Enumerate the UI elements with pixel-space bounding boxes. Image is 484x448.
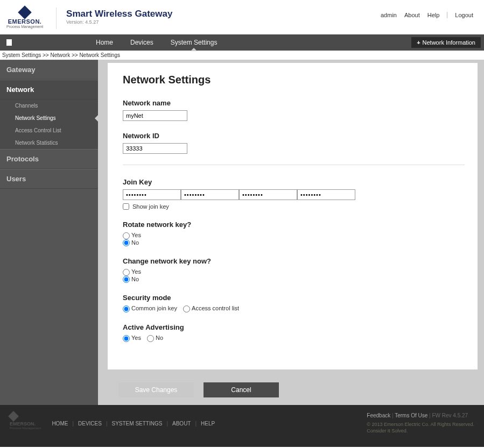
footer-tagline: Consider It Solved. xyxy=(367,428,474,435)
change-yes-option[interactable]: Yes xyxy=(123,268,141,275)
change-no-option[interactable]: No xyxy=(123,276,139,282)
security-acl-option[interactable]: Access control list xyxy=(183,305,239,311)
rotate-no-option[interactable]: No xyxy=(123,239,139,246)
app-version: Version: 4.5.27 xyxy=(66,19,381,25)
footer-copyright: © 2013 Emerson Electric Co. All Rights R… xyxy=(367,422,474,428)
join-key-input-2[interactable] xyxy=(181,189,239,200)
sidebar-sub-stats[interactable]: Network Statistics xyxy=(0,137,98,149)
footer-brand-sub: Process Management xyxy=(10,426,41,430)
footer-feedback[interactable]: Feedback xyxy=(367,413,390,418)
top-links: admin About Help Logout xyxy=(381,5,473,18)
advertising-yes-radio[interactable] xyxy=(123,335,130,342)
sidebar-sub-acl[interactable]: Access Control List xyxy=(0,124,98,137)
sidebar-sub-channels[interactable]: Channels xyxy=(0,99,98,112)
join-key-input-1[interactable] xyxy=(123,189,181,200)
network-name-field: Network name xyxy=(123,99,465,121)
sidebar: Gateway Network Channels Network Setting… xyxy=(0,60,98,405)
divider xyxy=(56,8,57,29)
advertising-no-option[interactable]: No xyxy=(147,335,163,341)
join-key-input-3[interactable] xyxy=(239,189,297,200)
rotate-key-field: Rotate network key? Yes No xyxy=(123,221,465,246)
content-wrap: Network Settings Network name Network ID… xyxy=(98,60,484,405)
network-name-label: Network name xyxy=(123,99,465,107)
footer-system[interactable]: SYSTEM SETTINGS xyxy=(112,421,163,426)
footer-right: Feedback | Terms Of Use | FW Rev 4.5.27 … xyxy=(367,413,474,434)
security-acl-radio[interactable] xyxy=(183,305,190,312)
change-key-label: Change network key now? xyxy=(123,257,465,265)
sidebar-sub-network-settings[interactable]: Network Settings xyxy=(0,112,98,124)
rotate-yes-radio[interactable] xyxy=(123,232,130,239)
nav-system-settings[interactable]: System Settings xyxy=(162,34,226,51)
title-block: Smart Wireless Gateway Version: 4.5.27 xyxy=(66,5,381,25)
security-common-radio[interactable] xyxy=(123,305,130,312)
user-link[interactable]: admin xyxy=(381,12,397,18)
advertising-label: Active Advertising xyxy=(123,323,465,331)
rotate-no-radio[interactable] xyxy=(123,239,130,246)
footer-logo: EMERSON. Process Management xyxy=(10,413,41,434)
network-id-input[interactable] xyxy=(123,143,187,154)
brand-name: EMERSON. xyxy=(8,18,42,25)
rotate-yes-option[interactable]: Yes xyxy=(123,232,141,238)
document-icon[interactable] xyxy=(6,39,12,46)
footer-home[interactable]: HOME xyxy=(52,421,68,426)
network-id-field: Network ID xyxy=(123,132,465,154)
advertising-yes-option[interactable]: Yes xyxy=(123,335,141,341)
help-link[interactable]: Help xyxy=(427,12,440,18)
network-info-label: Network Information xyxy=(423,39,475,46)
footer: EMERSON. Process Management HOME| DEVICE… xyxy=(0,405,484,447)
cancel-button[interactable]: Cancel xyxy=(204,382,279,397)
footer-fwrev: FW Rev 4.5.27 xyxy=(432,413,468,418)
security-mode-label: Security mode xyxy=(123,294,465,302)
logout-link[interactable]: Logout xyxy=(455,12,473,18)
divider xyxy=(123,165,465,165)
footer-help[interactable]: HELP xyxy=(201,421,215,426)
network-name-input[interactable] xyxy=(123,110,187,121)
emerson-logo-icon xyxy=(18,5,31,19)
breadcrumb: System Settings >> Network >> Network Se… xyxy=(0,51,484,60)
footer-links: HOME| DEVICES| SYSTEM SETTINGS| ABOUT| H… xyxy=(52,413,215,434)
divider xyxy=(447,12,447,18)
brand-logo: EMERSON. Process Management xyxy=(6,5,43,29)
emerson-logo-icon xyxy=(8,411,19,422)
about-link[interactable]: About xyxy=(404,12,420,18)
nav-devices[interactable]: Devices xyxy=(122,34,162,51)
nav-home[interactable]: Home xyxy=(87,34,122,51)
save-button[interactable]: Save Changes xyxy=(118,382,194,397)
show-join-key-checkbox[interactable] xyxy=(123,203,129,210)
sidebar-item-gateway[interactable]: Gateway xyxy=(0,60,98,80)
security-mode-field: Security mode Common join key Access con… xyxy=(123,294,465,312)
sidebar-item-network[interactable]: Network xyxy=(0,80,98,99)
app-title: Smart Wireless Gateway xyxy=(66,9,381,19)
change-key-field: Change network key now? Yes No xyxy=(123,257,465,283)
sidebar-item-users[interactable]: Users xyxy=(0,169,98,189)
brand-subtitle: Process Management xyxy=(6,25,43,29)
network-information-button[interactable]: + Network Information xyxy=(411,37,481,48)
change-no-radio[interactable] xyxy=(123,276,130,283)
security-common-option[interactable]: Common join key xyxy=(123,305,177,311)
footer-devices[interactable]: DEVICES xyxy=(78,421,102,426)
footer-terms[interactable]: Terms Of Use xyxy=(395,413,427,418)
advertising-no-radio[interactable] xyxy=(147,335,154,342)
footer-about[interactable]: ABOUT xyxy=(172,421,191,426)
sidebar-item-protocols[interactable]: Protocols xyxy=(0,149,98,169)
network-id-label: Network ID xyxy=(123,132,465,140)
join-key-field: Join Key Show join key xyxy=(123,178,465,210)
header: EMERSON. Process Management Smart Wirele… xyxy=(0,0,484,34)
change-yes-radio[interactable] xyxy=(123,269,130,276)
navbar: Home Devices System Settings + Network I… xyxy=(0,34,484,51)
join-key-input-4[interactable] xyxy=(297,189,355,200)
sidebar-subitems: Channels Network Settings Access Control… xyxy=(0,99,98,149)
footer-brand: EMERSON. xyxy=(10,421,41,426)
plus-icon: + xyxy=(417,39,420,46)
content: Network Settings Network name Network ID… xyxy=(108,63,478,369)
show-join-key-label: Show join key xyxy=(132,203,169,210)
advertising-field: Active Advertising Yes No xyxy=(123,323,465,342)
join-key-label: Join Key xyxy=(123,178,465,186)
rotate-key-label: Rotate network key? xyxy=(123,221,465,229)
button-bar: Save Changes Cancel xyxy=(108,375,478,405)
page-title: Network Settings xyxy=(123,74,465,86)
